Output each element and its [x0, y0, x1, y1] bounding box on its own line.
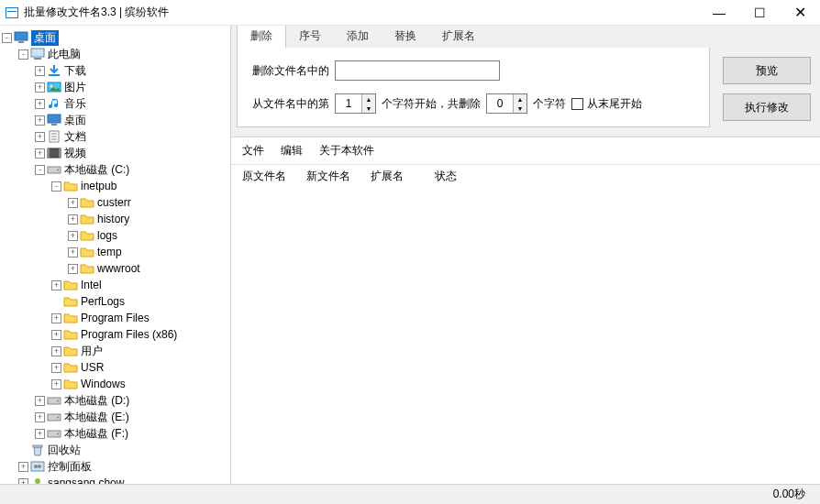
tree-item-label: 下载: [64, 63, 86, 79]
tree-item[interactable]: +桌面: [2, 112, 228, 128]
tree-item-label: 图片: [64, 80, 86, 95]
expand-toggle[interactable]: +: [35, 429, 45, 439]
tree-item[interactable]: +本地磁盘 (F:): [2, 425, 228, 442]
start-char-value[interactable]: [336, 94, 361, 113]
expand-toggle[interactable]: +: [68, 214, 78, 225]
column-header[interactable]: 新文件名: [306, 169, 371, 184]
svg-rect-4: [49, 74, 60, 76]
delete-count-value[interactable]: [487, 94, 513, 113]
menu-item[interactable]: 编辑: [281, 143, 303, 159]
tree-item[interactable]: 回收站: [2, 442, 228, 458]
minimize-button[interactable]: —: [699, 0, 739, 26]
expand-toggle[interactable]: +: [35, 66, 45, 76]
tree-item-label: inetpub: [81, 180, 116, 192]
svg-point-19: [57, 400, 59, 402]
drive-icon: [47, 427, 61, 440]
tree-item-label: logs: [97, 229, 117, 242]
column-header[interactable]: 扩展名: [371, 169, 435, 184]
tree-item-label: Program Files (x86): [81, 328, 177, 341]
tree-item-label: custerr: [97, 196, 131, 209]
expand-toggle[interactable]: +: [51, 313, 61, 323]
expand-toggle[interactable]: +: [68, 247, 78, 257]
tab-序号[interactable]: 序号: [286, 26, 334, 48]
spin-up-icon[interactable]: ▲: [514, 94, 526, 104]
delete-count-spinner[interactable]: ▲▼: [486, 93, 527, 114]
menu-item[interactable]: 关于本软件: [319, 143, 374, 159]
tree-item[interactable]: +Intel: [2, 277, 228, 293]
tab-扩展名[interactable]: 扩展名: [429, 26, 488, 48]
expand-toggle[interactable]: +: [51, 280, 61, 290]
delete-text-input[interactable]: [335, 60, 500, 81]
tree-item-label: 桌面: [31, 30, 59, 46]
expand-toggle[interactable]: +: [35, 82, 45, 93]
column-header[interactable]: 状态: [435, 169, 499, 184]
spin-down-icon[interactable]: ▼: [362, 104, 375, 113]
start-char-spinner[interactable]: ▲▼: [335, 93, 376, 114]
fld-icon: [80, 262, 94, 275]
tree-item[interactable]: +history: [2, 211, 228, 227]
drive-icon: [47, 394, 61, 407]
tab-删除[interactable]: 删除: [237, 26, 286, 49]
tree-item[interactable]: -此电脑: [2, 46, 228, 62]
expand-toggle[interactable]: +: [68, 198, 78, 208]
tree-item[interactable]: +custerr: [2, 194, 228, 211]
tree-item[interactable]: -inetpub: [2, 178, 228, 194]
spin-down-icon[interactable]: ▼: [514, 104, 526, 113]
tree-item[interactable]: +temp: [2, 244, 228, 260]
tree-item[interactable]: +Program Files (x86): [2, 326, 228, 343]
file-table[interactable]: 原文件名新文件名扩展名状态: [231, 165, 820, 484]
maximize-button[interactable]: ☐: [739, 0, 780, 26]
tree-item[interactable]: +文档: [2, 128, 228, 145]
expand-toggle[interactable]: -: [51, 181, 61, 192]
tree-item[interactable]: +本地磁盘 (D:): [2, 392, 228, 409]
expand-toggle[interactable]: +: [35, 99, 45, 109]
column-header[interactable]: 原文件名: [242, 169, 306, 184]
tree-item[interactable]: +sangsang chow: [2, 475, 228, 484]
menu-item[interactable]: 文件: [242, 143, 264, 159]
expand-toggle[interactable]: +: [35, 412, 45, 422]
expand-toggle[interactable]: +: [35, 396, 45, 406]
tree-item[interactable]: +图片: [2, 79, 228, 95]
tree-item-label: 此电脑: [48, 47, 81, 62]
tab-添加[interactable]: 添加: [334, 26, 382, 48]
tree-item[interactable]: +Windows: [2, 376, 228, 392]
tree-item[interactable]: +控制面板: [2, 458, 228, 475]
expand-toggle[interactable]: -: [35, 165, 45, 175]
expand-toggle[interactable]: +: [51, 379, 61, 389]
expand-toggle[interactable]: +: [35, 115, 45, 126]
tree-item[interactable]: +用户: [2, 343, 228, 359]
expand-toggle[interactable]: +: [51, 363, 61, 373]
tree-item[interactable]: +logs: [2, 227, 228, 244]
preview-button[interactable]: 预览: [723, 57, 811, 84]
tree-item[interactable]: +wwwroot: [2, 260, 228, 277]
spin-up-icon[interactable]: ▲: [362, 94, 375, 104]
folder-tree[interactable]: -桌面-此电脑+下载+图片+音乐+桌面+文档+视频-本地磁盘 (C:)-inet…: [0, 26, 231, 484]
tree-item[interactable]: -本地磁盘 (C:): [2, 161, 228, 178]
tree-item[interactable]: +USR: [2, 359, 228, 376]
tree-item[interactable]: +Program Files: [2, 310, 228, 326]
tree-item[interactable]: +音乐: [2, 95, 228, 112]
from-char-label: 从文件名中的第: [252, 96, 329, 112]
expand-toggle[interactable]: +: [51, 330, 61, 340]
tree-item[interactable]: -桌面: [2, 29, 228, 46]
expand-toggle[interactable]: -: [18, 49, 28, 60]
expand-toggle[interactable]: +: [35, 148, 45, 159]
tree-item[interactable]: +本地磁盘 (E:): [2, 409, 228, 425]
pic-icon: [47, 81, 61, 93]
from-end-checkbox[interactable]: 从末尾开始: [571, 96, 642, 112]
tree-item[interactable]: PerfLogs: [2, 293, 228, 310]
expand-toggle[interactable]: +: [18, 462, 28, 472]
tree-item[interactable]: +视频: [2, 145, 228, 161]
tab-替换[interactable]: 替换: [382, 26, 429, 48]
expand-toggle[interactable]: -: [2, 33, 12, 43]
expand-toggle[interactable]: +: [35, 132, 45, 142]
tree-item-label: 控制面板: [48, 459, 92, 475]
execute-button[interactable]: 执行修改: [723, 93, 811, 121]
expand-toggle[interactable]: +: [68, 231, 78, 241]
tree-item[interactable]: +下载: [2, 62, 228, 79]
close-button[interactable]: ✕: [780, 0, 820, 26]
expand-toggle[interactable]: +: [51, 346, 61, 356]
tree-item-label: PerfLogs: [81, 295, 125, 308]
expand-toggle[interactable]: +: [68, 264, 78, 274]
svg-rect-2: [31, 49, 44, 57]
